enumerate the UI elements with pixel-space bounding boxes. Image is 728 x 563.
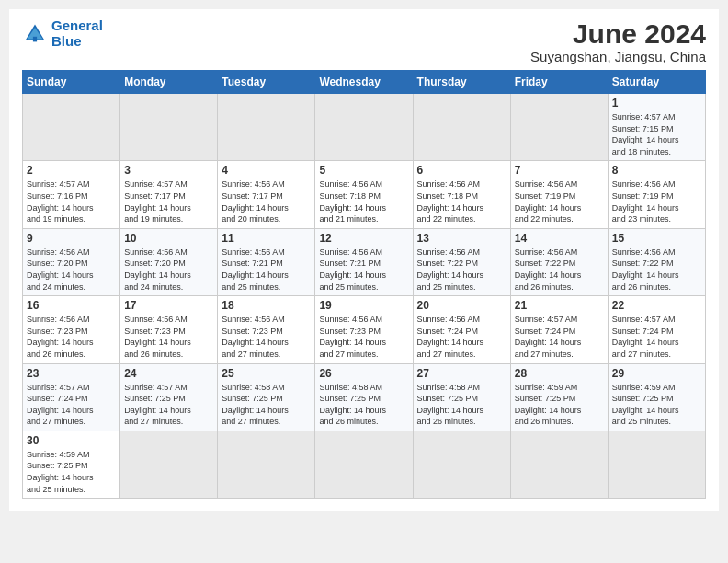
day-info: Sunrise: 4:56 AM Sunset: 7:21 PM Dayligh… [222,247,311,293]
calendar-cell: 24Sunrise: 4:57 AM Sunset: 7:25 PM Dayli… [120,363,218,431]
calendar-table: SundayMondayTuesdayWednesdayThursdayFrid… [22,70,706,499]
week-row-5: 30Sunrise: 4:59 AM Sunset: 7:25 PM Dayli… [23,431,706,498]
calendar-body: 1Sunrise: 4:57 AM Sunset: 7:15 PM Daylig… [23,94,706,499]
header-cell-tuesday: Tuesday [218,71,315,94]
day-info: Sunrise: 4:57 AM Sunset: 7:16 PM Dayligh… [27,178,116,224]
day-number: 27 [417,367,506,380]
calendar-cell: 7Sunrise: 4:56 AM Sunset: 7:19 PM Daylig… [510,161,608,228]
day-number: 8 [612,164,701,177]
logo-text: General Blue [51,18,103,49]
calendar-cell: 19Sunrise: 4:56 AM Sunset: 7:23 PM Dayli… [315,296,413,363]
calendar-cell [413,94,510,161]
day-info: Sunrise: 4:59 AM Sunset: 7:25 PM Dayligh… [612,382,701,428]
calendar-cell: 29Sunrise: 4:59 AM Sunset: 7:25 PM Dayli… [608,363,705,431]
calendar-cell: 8Sunrise: 4:56 AM Sunset: 7:19 PM Daylig… [608,161,705,228]
day-number: 25 [222,367,311,380]
day-number: 13 [417,232,506,245]
day-info: Sunrise: 4:56 AM Sunset: 7:22 PM Dayligh… [612,247,701,293]
calendar-cell: 3Sunrise: 4:57 AM Sunset: 7:17 PM Daylig… [120,161,218,228]
calendar-title: June 2024 [530,18,706,49]
day-number: 3 [124,164,213,177]
day-number: 14 [515,232,604,245]
day-info: Sunrise: 4:56 AM Sunset: 7:24 PM Dayligh… [417,314,506,360]
day-number: 20 [417,299,506,312]
day-number: 7 [515,164,604,177]
day-info: Sunrise: 4:57 AM Sunset: 7:25 PM Dayligh… [124,382,213,428]
day-info: Sunrise: 4:58 AM Sunset: 7:25 PM Dayligh… [417,382,506,428]
logo-icon [22,21,48,47]
calendar-cell: 21Sunrise: 4:57 AM Sunset: 7:24 PM Dayli… [510,296,608,363]
day-number: 28 [515,367,604,380]
week-row-1: 2Sunrise: 4:57 AM Sunset: 7:16 PM Daylig… [23,161,706,228]
day-info: Sunrise: 4:56 AM Sunset: 7:20 PM Dayligh… [27,247,116,293]
day-number: 11 [222,232,311,245]
day-number: 18 [222,299,311,312]
day-number: 21 [515,299,604,312]
day-info: Sunrise: 4:56 AM Sunset: 7:18 PM Dayligh… [319,178,408,224]
calendar-cell [120,431,218,498]
calendar-cell [315,94,413,161]
calendar-cell [218,94,315,161]
day-info: Sunrise: 4:56 AM Sunset: 7:23 PM Dayligh… [124,314,213,360]
header-cell-wednesday: Wednesday [315,71,413,94]
calendar-cell: 17Sunrise: 4:56 AM Sunset: 7:23 PM Dayli… [120,296,218,363]
calendar-cell [413,431,510,498]
day-info: Sunrise: 4:58 AM Sunset: 7:25 PM Dayligh… [319,382,408,428]
day-info: Sunrise: 4:58 AM Sunset: 7:25 PM Dayligh… [222,382,311,428]
calendar-cell: 2Sunrise: 4:57 AM Sunset: 7:16 PM Daylig… [23,161,120,228]
week-row-0: 1Sunrise: 4:57 AM Sunset: 7:15 PM Daylig… [23,94,706,161]
day-info: Sunrise: 4:56 AM Sunset: 7:22 PM Dayligh… [515,247,604,293]
day-number: 17 [124,299,213,312]
day-number: 22 [612,299,701,312]
calendar-cell: 20Sunrise: 4:56 AM Sunset: 7:24 PM Dayli… [413,296,510,363]
title-block: June 2024 Suyangshan, Jiangsu, China [530,18,706,64]
calendar-cell: 22Sunrise: 4:57 AM Sunset: 7:24 PM Dayli… [608,296,705,363]
header-cell-thursday: Thursday [413,71,510,94]
day-info: Sunrise: 4:57 AM Sunset: 7:24 PM Dayligh… [515,314,604,360]
day-info: Sunrise: 4:56 AM Sunset: 7:20 PM Dayligh… [124,247,213,293]
day-info: Sunrise: 4:57 AM Sunset: 7:15 PM Dayligh… [612,111,701,157]
svg-rect-3 [33,36,37,41]
header-cell-saturday: Saturday [608,71,705,94]
calendar-cell: 27Sunrise: 4:58 AM Sunset: 7:25 PM Dayli… [413,363,510,431]
day-info: Sunrise: 4:56 AM Sunset: 7:18 PM Dayligh… [417,178,506,224]
calendar-cell: 6Sunrise: 4:56 AM Sunset: 7:18 PM Daylig… [413,161,510,228]
day-number: 29 [612,367,701,380]
header-cell-friday: Friday [510,71,608,94]
day-number: 24 [124,367,213,380]
calendar-cell: 4Sunrise: 4:56 AM Sunset: 7:17 PM Daylig… [218,161,315,228]
calendar-cell [608,431,705,498]
calendar-cell [315,431,413,498]
day-number: 5 [319,164,408,177]
day-info: Sunrise: 4:56 AM Sunset: 7:23 PM Dayligh… [27,314,116,360]
day-info: Sunrise: 4:56 AM Sunset: 7:21 PM Dayligh… [319,247,408,293]
day-number: 4 [222,164,311,177]
calendar-cell [510,431,608,498]
page-header: General Blue June 2024 Suyangshan, Jiang… [22,18,706,64]
calendar-cell: 16Sunrise: 4:56 AM Sunset: 7:23 PM Dayli… [23,296,120,363]
day-number: 6 [417,164,506,177]
calendar-cell: 14Sunrise: 4:56 AM Sunset: 7:22 PM Dayli… [510,228,608,295]
day-number: 12 [319,232,408,245]
day-number: 10 [124,232,213,245]
calendar-cell: 26Sunrise: 4:58 AM Sunset: 7:25 PM Dayli… [315,363,413,431]
day-info: Sunrise: 4:56 AM Sunset: 7:19 PM Dayligh… [612,178,701,224]
calendar-cell: 15Sunrise: 4:56 AM Sunset: 7:22 PM Dayli… [608,228,705,295]
calendar-cell [510,94,608,161]
day-info: Sunrise: 4:57 AM Sunset: 7:24 PM Dayligh… [612,314,701,360]
calendar-cell: 30Sunrise: 4:59 AM Sunset: 7:25 PM Dayli… [23,431,120,498]
calendar-cell: 10Sunrise: 4:56 AM Sunset: 7:20 PM Dayli… [120,228,218,295]
calendar-subtitle: Suyangshan, Jiangsu, China [530,49,706,64]
calendar-header: SundayMondayTuesdayWednesdayThursdayFrid… [23,71,706,94]
day-info: Sunrise: 4:56 AM Sunset: 7:19 PM Dayligh… [515,178,604,224]
day-number: 16 [27,299,116,312]
calendar-cell: 18Sunrise: 4:56 AM Sunset: 7:23 PM Dayli… [218,296,315,363]
week-row-3: 16Sunrise: 4:56 AM Sunset: 7:23 PM Dayli… [23,296,706,363]
day-number: 23 [27,367,116,380]
day-info: Sunrise: 4:59 AM Sunset: 7:25 PM Dayligh… [27,449,116,495]
day-number: 19 [319,299,408,312]
day-info: Sunrise: 4:57 AM Sunset: 7:17 PM Dayligh… [124,178,213,224]
logo: General Blue [22,18,103,49]
day-number: 9 [27,232,116,245]
calendar-cell [23,94,120,161]
